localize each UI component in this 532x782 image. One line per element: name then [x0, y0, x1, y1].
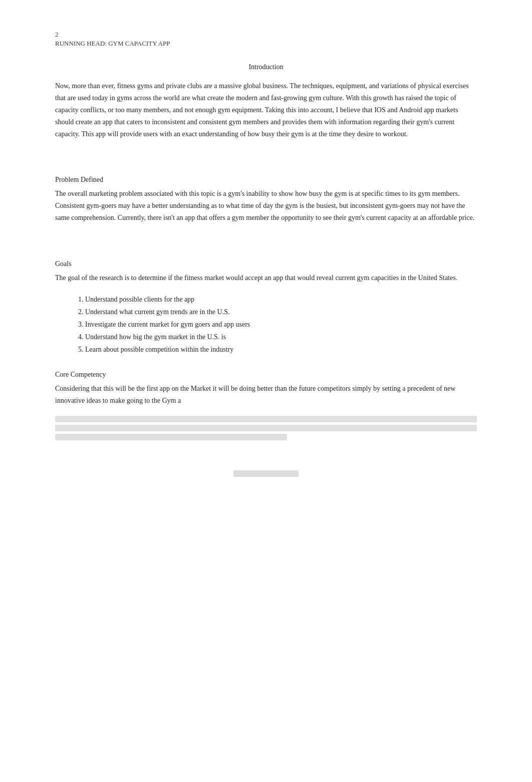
goals-list-item: Understand how big the gym market in the… — [85, 331, 477, 343]
blurred-line-2 — [55, 425, 477, 431]
page-header: 2 RUNNING HEAD: GYM CAPACITY APP — [55, 30, 477, 48]
goals-list: Understand possible clients for the appU… — [85, 293, 477, 356]
footer-blurred — [55, 470, 477, 479]
document-page: 2 RUNNING HEAD: GYM CAPACITY APP Introdu… — [0, 0, 532, 782]
goals-list-item: Investigate the current market for gym g… — [85, 318, 477, 331]
introduction-title: Introduction — [55, 63, 477, 71]
blurred-line-3 — [55, 434, 287, 440]
problem-defined-body: The overall marketing problem associated… — [55, 188, 477, 223]
blurred-text-section — [55, 416, 477, 440]
introduction-body: Now, more than ever, fitness gyms and pr… — [55, 80, 477, 140]
spacer-2 — [55, 233, 477, 245]
problem-defined-heading: Problem Defined — [55, 176, 477, 184]
footer-blurred-text — [233, 470, 299, 477]
goals-list-item: Understand what current gym trends are i… — [85, 306, 477, 318]
core-competency-heading: Core Competency — [55, 371, 477, 379]
blurred-line-1 — [55, 416, 477, 422]
page-number: 2 — [55, 30, 477, 39]
spacer-1 — [55, 149, 477, 161]
goals-intro: The goal of the research is to determine… — [55, 272, 477, 284]
running-head: RUNNING HEAD: GYM CAPACITY APP — [55, 39, 477, 48]
goals-heading: Goals — [55, 260, 477, 268]
goals-list-item: Learn about possible competition within … — [85, 343, 477, 356]
goals-list-item: Understand possible clients for the app — [85, 293, 477, 306]
core-competency-body: Considering that this will be the first … — [55, 383, 477, 407]
